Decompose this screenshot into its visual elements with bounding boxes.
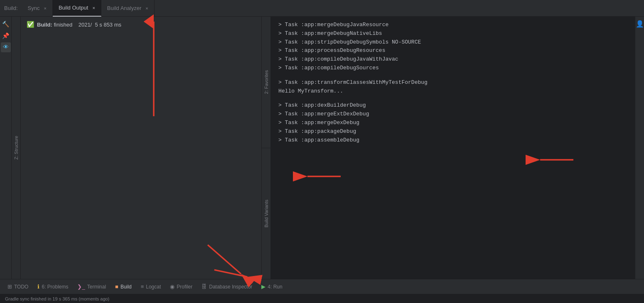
bottom-toolbar: ⊞ TODO ℹ 6: Problems ❯_ Terminal ■ Build… [0,279,644,294]
tab-build-output-close[interactable]: × [92,5,95,10]
toolbar-terminal-label: Terminal [87,284,106,290]
log-line-7 [278,73,627,78]
sidebar-right-icon[interactable]: 👤 [635,19,644,29]
todo-icon: ⊞ [7,283,12,290]
log-line-6: > Task :app:compileDebugSources [278,64,627,73]
toolbar-problems-label: 6: Problems [42,284,68,290]
tab-build-output[interactable]: Build Output × [53,0,101,17]
log-line-9: Hello MyTransform... [278,87,627,96]
toolbar-run-label: 4: Run [268,284,282,290]
log-line-5: > Task :app:compileDebugJavaWithJavac [278,55,627,64]
log-line-1: > Task :app:mergeDebugJavaResource [278,21,627,29]
build-status-text: Build: finished 2021/ 5 s 853 ms [37,22,121,28]
log-line-10 [278,95,627,101]
left-icon-sidebar: 🔨 📌 👁 [0,17,12,279]
log-line-4: > Task :app:processDebugResources [278,46,627,55]
log-line-2: > Task :app:mergeDebugNativeLibs [278,29,627,38]
toolbar-profiler[interactable]: ◉ Profiler [166,282,197,291]
toolbar-logcat[interactable]: ≡ Logcat [137,282,165,291]
eye-icon[interactable]: 👁 [1,42,11,52]
run-icon: ▶ [261,283,265,290]
tab-build-analyzer[interactable]: Build Analyzer × [101,0,155,17]
log-output-panel[interactable]: > Task :app:mergeDebugJavaResource> Task… [271,17,635,279]
favorites-label[interactable]: 2: Favorites [263,68,270,95]
toolbar-logcat-label: Logcat [146,284,161,290]
toolbar-run[interactable]: ▶ 4: Run [257,282,286,291]
log-line-12: > Task :app:mergeExtDexDebug [278,110,627,119]
toolbar-database-inspector[interactable]: 🗄 Database Inspector [197,282,256,291]
tab-sync[interactable]: Sync × [22,0,53,17]
profiler-icon: ◉ [170,283,175,290]
problems-icon: ℹ [37,283,39,290]
right-sidebar: 👤 [635,17,644,279]
toolbar-todo[interactable]: ⊞ TODO [3,282,32,291]
tab-sync-label: Sync [28,5,40,11]
main-content: 🔨 📌 👁 Z: Structure ✅ Build: finished 202… [0,17,644,279]
log-line-8: > Task :app:transformClassesWithMyTestFo… [278,78,627,87]
toolbar-profiler-label: Profiler [177,284,192,290]
toolbar-problems[interactable]: ℹ 6: Problems [33,282,72,291]
tab-bar: Build: Sync × Build Output × Build Analy… [0,0,644,17]
logcat-icon: ≡ [141,283,144,290]
build-variants-label[interactable]: Build Variants [263,198,270,229]
database-inspector-icon: 🗄 [202,283,207,290]
hammer-icon[interactable]: 🔨 [1,19,11,29]
status-bar: Gradle sync finished in 19 s 365 ms (mom… [0,294,644,303]
structure-sidebar: Z: Structure [12,17,21,279]
vertical-sidebars: 2: Favorites Build Variants [262,17,271,279]
toolbar-terminal[interactable]: ❯_ Terminal [73,282,110,291]
structure-label[interactable]: Z: Structure [13,134,20,161]
build-icon: ■ [115,283,118,290]
toolbar-build-label: Build [120,284,132,290]
log-line-13: > Task :app:mergeDexDebug [278,119,627,127]
log-line-14: > Task :app:packageDebug [278,127,627,136]
status-bar-text: Gradle sync finished in 19 s 365 ms (mom… [5,296,109,301]
left-panel: ✅ Build: finished 2021/ 5 s 853 ms [21,17,262,279]
success-icon: ✅ [27,21,34,28]
terminal-icon: ❯_ [77,283,85,290]
tab-build-output-label: Build Output [59,5,88,11]
log-line-11: > Task :app:dexBuilderDebug [278,101,627,110]
log-line-3: > Task :app:stripDebugDebugSymbols NO-SO… [278,38,627,47]
build-status: ✅ Build: finished 2021/ 5 s 853 ms [27,21,256,28]
tab-build-analyzer-close[interactable]: × [145,6,148,11]
toolbar-database-inspector-label: Database Inspector [209,284,252,290]
log-line-15: > Task :app:assembleDebug [278,136,627,145]
tab-prefix: Build: [0,5,22,11]
toolbar-build[interactable]: ■ Build [111,282,136,291]
tab-sync-close[interactable]: × [44,6,46,11]
pin-icon[interactable]: 📌 [1,31,11,41]
tab-build-analyzer-label: Build Analyzer [107,5,141,11]
toolbar-todo-label: TODO [14,284,28,290]
